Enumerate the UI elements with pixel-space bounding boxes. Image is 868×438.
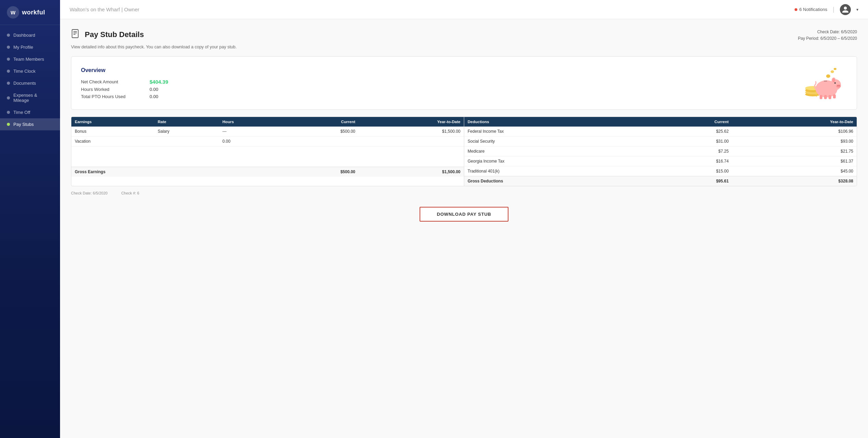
earnings-total-current: $500.00 — [283, 167, 359, 177]
svg-rect-23 — [824, 81, 827, 82]
piggy-bank-svg — [794, 64, 845, 102]
user-avatar[interactable] — [840, 4, 851, 15]
nav-items: Dashboard My Profile Team Members Time C… — [0, 25, 60, 134]
app-header: Walton's on the Wharf | Owner 6 Notifica… — [60, 0, 868, 19]
earning-rate — [154, 137, 219, 146]
hours-col-header: Hours — [219, 117, 283, 127]
notifications-count: 6 Notifications — [799, 7, 828, 12]
notifications-button[interactable]: 6 Notifications — [795, 7, 828, 12]
sidebar-item-my-profile[interactable]: My Profile — [0, 41, 60, 53]
net-check-label: Net Check Amount — [81, 79, 136, 84]
earnings-totals-row: Gross Earnings $500.00 $1,500.00 — [71, 167, 464, 177]
pto-hours-value: 0.00 — [150, 94, 158, 99]
sidebar-label-team-members: Team Members — [13, 57, 44, 62]
table-row: Traditional 401(k) $15.00 $45.00 — [464, 166, 857, 176]
svg-point-14 — [832, 78, 835, 82]
tables-wrapper: Earnings Rate Hours Current Year-to-Date… — [71, 117, 857, 186]
svg-point-25 — [831, 70, 834, 73]
sidebar-item-time-off[interactable]: Time Off — [0, 106, 60, 118]
svg-rect-19 — [820, 95, 822, 99]
table-row: Vacation 0.00 — [71, 137, 464, 146]
page-content: Pay Stub Details Check Date: 6/5/2020 Pa… — [60, 19, 868, 438]
page-title-area: Pay Stub Details — [71, 29, 144, 40]
deductions-table: Deductions Current Year-to-Date Federal … — [464, 117, 857, 186]
sidebar-item-team-members[interactable]: Team Members — [0, 53, 60, 65]
earnings-table-section: Earnings Rate Hours Current Year-to-Date… — [71, 117, 464, 186]
nav-dot-documents — [7, 82, 10, 85]
nav-dot-time-clock — [7, 70, 10, 73]
earning-ytd: $1,500.00 — [359, 127, 464, 137]
sidebar-label-time-clock: Time Clock — [13, 69, 36, 74]
company-name: Walton's on the Wharf — [70, 7, 120, 12]
sidebar-label-my-profile: My Profile — [13, 45, 33, 50]
svg-rect-2 — [72, 29, 78, 38]
sidebar-item-documents[interactable]: Documents — [0, 77, 60, 89]
earnings-col-header: Earnings — [71, 117, 154, 127]
table-row: Georgia Income Tax $16.74 $61.37 — [464, 156, 857, 166]
net-check-value: $404.39 — [150, 79, 168, 85]
header-divider: | — [833, 6, 834, 13]
notification-dot — [795, 8, 797, 11]
earnings-total-label: Gross Earnings — [71, 167, 283, 177]
deduction-ytd: $61.37 — [732, 156, 857, 166]
check-footer: Check Date: 6/5/2020 Check #: 6 — [71, 189, 857, 196]
pto-hours-label: Total PTO Hours Used — [81, 94, 136, 99]
check-date: Check Date: 6/5/2020 — [798, 29, 857, 35]
hours-worked-value: 0.00 — [150, 87, 158, 92]
svg-point-15 — [836, 84, 841, 88]
header-right: 6 Notifications | ▾ — [795, 4, 858, 15]
hours-worked-label: Hours Worked — [81, 87, 136, 92]
svg-rect-22 — [833, 94, 836, 98]
deduction-ytd: $45.00 — [732, 166, 857, 176]
deduction-name: Traditional 401(k) — [464, 166, 645, 176]
table-row: Federal Income Tax $25.62 $106.96 — [464, 127, 857, 137]
page-title: Pay Stub Details — [85, 30, 144, 39]
svg-point-24 — [826, 74, 830, 78]
deductions-total-current: $95.61 — [645, 176, 732, 186]
pay-stub-icon — [71, 29, 81, 40]
workful-logo-icon: w — [7, 6, 19, 19]
sidebar-label-documents: Documents — [13, 81, 36, 86]
deductions-total-ytd: $328.08 — [732, 176, 857, 186]
overview-details: Overview Net Check Amount $404.39 Hours … — [81, 67, 168, 99]
download-pay-stub-button[interactable]: DOWNLOAD PAY STUB — [420, 207, 508, 222]
main-area: Walton's on the Wharf | Owner 6 Notifica… — [60, 0, 868, 438]
deduction-name: Federal Income Tax — [464, 127, 645, 137]
pto-hours-row: Total PTO Hours Used 0.00 — [81, 94, 168, 99]
earning-hours: 0.00 — [219, 137, 283, 146]
page-header: Pay Stub Details Check Date: 6/5/2020 Pa… — [71, 29, 857, 42]
deductions-totals-row: Gross Deductions $95.61 $328.08 — [464, 176, 857, 186]
sidebar-item-expenses-mileage[interactable]: Expenses & Mileage — [0, 89, 60, 106]
deduction-current: $31.00 — [645, 137, 732, 146]
sidebar-item-time-clock[interactable]: Time Clock — [0, 65, 60, 77]
profile-dropdown-chevron[interactable]: ▾ — [856, 7, 858, 12]
footer-check-number: Check #: 6 — [121, 191, 139, 195]
nav-dot-expenses-mileage — [7, 96, 10, 99]
footer-check-date: Check Date: 6/5/2020 — [71, 191, 107, 195]
deductions-current-header: Current — [645, 117, 732, 127]
sidebar-item-dashboard[interactable]: Dashboard — [0, 29, 60, 41]
sidebar-label-expenses-mileage: Expenses & Mileage — [13, 93, 53, 103]
earnings-total-ytd: $1,500.00 — [359, 167, 464, 177]
sidebar: w workful Dashboard My Profile Team Memb… — [0, 0, 60, 438]
table-row: Medicare $7.25 $21.75 — [464, 146, 857, 156]
svg-point-18 — [834, 82, 836, 84]
deduction-name: Medicare — [464, 146, 645, 156]
earning-current — [283, 137, 359, 146]
deduction-current: $15.00 — [645, 166, 732, 176]
user-role: Owner — [124, 7, 139, 12]
deductions-total-label: Gross Deductions — [464, 176, 645, 186]
deduction-name: Social Security — [464, 137, 645, 146]
overview-rows: Net Check Amount $404.39 Hours Worked 0.… — [81, 79, 168, 99]
page-subtitle: View detailed info about this paycheck. … — [71, 45, 857, 49]
nav-dot-dashboard — [7, 34, 10, 37]
sidebar-label-pay-stubs: Pay Stubs — [13, 122, 34, 127]
earnings-table: Earnings Rate Hours Current Year-to-Date… — [71, 117, 464, 177]
deductions-col-header: Deductions — [464, 117, 645, 127]
sidebar-item-pay-stubs[interactable]: Pay Stubs — [0, 118, 60, 130]
earning-name: Bonus — [71, 127, 154, 137]
deduction-name: Georgia Income Tax — [464, 156, 645, 166]
overview-card: Overview Net Check Amount $404.39 Hours … — [71, 56, 857, 110]
deduction-current: $7.25 — [645, 146, 732, 156]
ytd-col-header: Year-to-Date — [359, 117, 464, 127]
